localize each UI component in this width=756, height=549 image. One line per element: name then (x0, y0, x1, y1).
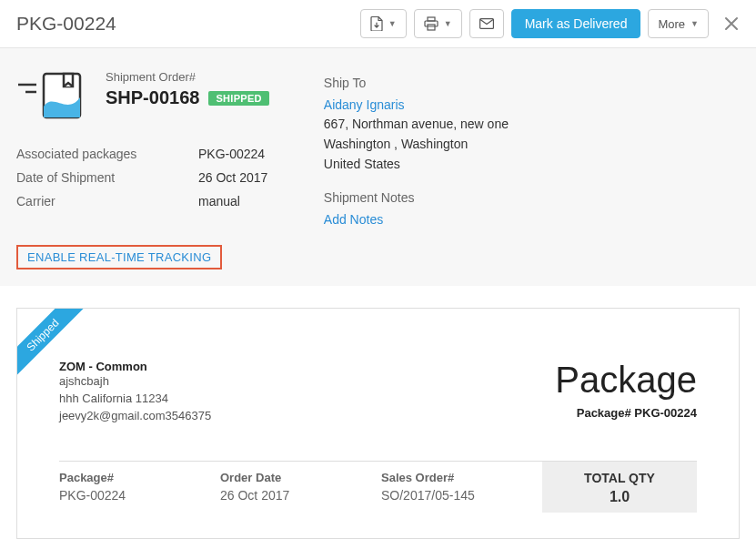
associated-package-link[interactable]: PKG-00224 (198, 147, 265, 161)
col-package-label: Package# (59, 471, 207, 484)
page-title: PKG-00224 (16, 13, 116, 35)
ship-to-label: Ship To (324, 74, 740, 94)
col-sales-order-label: Sales Order# (381, 471, 529, 484)
col-order-date-label: Order Date (220, 471, 368, 484)
email-button[interactable] (469, 9, 504, 38)
close-button[interactable] (723, 15, 740, 32)
date-of-shipment-value: 26 Oct 2017 (198, 170, 267, 185)
org-line2: hhh California 11234 (59, 391, 211, 408)
ship-to-name-link[interactable]: Aidany Ignaris (324, 96, 740, 116)
print-button[interactable]: ▼ (414, 9, 462, 38)
ship-to-line3: United States (324, 155, 740, 175)
shipment-details-panel: Shipment Order# SHP-00168 SHIPPED Associ… (0, 47, 756, 286)
package-icon (16, 70, 82, 125)
svg-rect-1 (425, 21, 438, 26)
more-label: More (658, 17, 685, 31)
status-badge: SHIPPED (208, 91, 268, 106)
shipment-order-number: SHP-00168 (106, 87, 199, 108)
close-icon (723, 15, 740, 32)
org-name: ZOM - Common (59, 360, 211, 373)
more-button[interactable]: More ▼ (648, 9, 709, 38)
caret-down-icon: ▼ (444, 19, 452, 28)
document-subtitle: Package# PKG-00224 (555, 406, 697, 420)
associated-packages-label: Associated packages (16, 147, 198, 161)
header-actions: ▼ ▼ Mark as Delivered More ▼ (360, 9, 740, 38)
carrier-value: manual (198, 194, 240, 208)
caret-down-icon: ▼ (690, 19, 699, 28)
date-of-shipment-label: Date of Shipment (16, 170, 198, 185)
col-total-qty-value: 1.0 (542, 489, 697, 505)
mark-delivered-button[interactable]: Mark as Delivered (511, 9, 641, 38)
caret-down-icon: ▼ (388, 19, 397, 28)
org-line3: jeevy2k@gmail.com3546375 (59, 408, 211, 425)
col-package-value: PKG-00224 (59, 488, 207, 503)
col-sales-order-value: SO/2017/05-145 (381, 488, 529, 503)
enable-realtime-tracking-button[interactable]: ENABLE REAL-TIME TRACKING (16, 245, 222, 269)
carrier-label: Carrier (16, 194, 198, 208)
shipment-notes-label: Shipment Notes (324, 188, 740, 208)
col-total-qty-label: TOTAL QTY (542, 471, 697, 485)
shipment-order-label: Shipment Order# (106, 70, 269, 84)
org-line1: ajshcbajh (59, 373, 211, 391)
package-document: Shipped ZOM - Common ajshcbajh hhh Calif… (16, 308, 740, 540)
svg-rect-0 (428, 17, 435, 21)
add-notes-link[interactable]: Add Notes (324, 210, 740, 230)
document-title: Package (555, 360, 697, 401)
package-summary-table: Package# PKG-00224 Order Date 26 Oct 201… (59, 461, 697, 513)
ship-to-line1: 667, Northman avenue, new one (324, 115, 740, 135)
svg-rect-2 (428, 25, 435, 30)
col-order-date-value: 26 Oct 2017 (220, 488, 368, 503)
mail-icon (479, 18, 494, 29)
ship-to-line2: Washington , Washington (324, 135, 740, 155)
printer-icon (424, 16, 438, 31)
pdf-icon (370, 16, 383, 31)
export-pdf-button[interactable]: ▼ (360, 9, 407, 38)
